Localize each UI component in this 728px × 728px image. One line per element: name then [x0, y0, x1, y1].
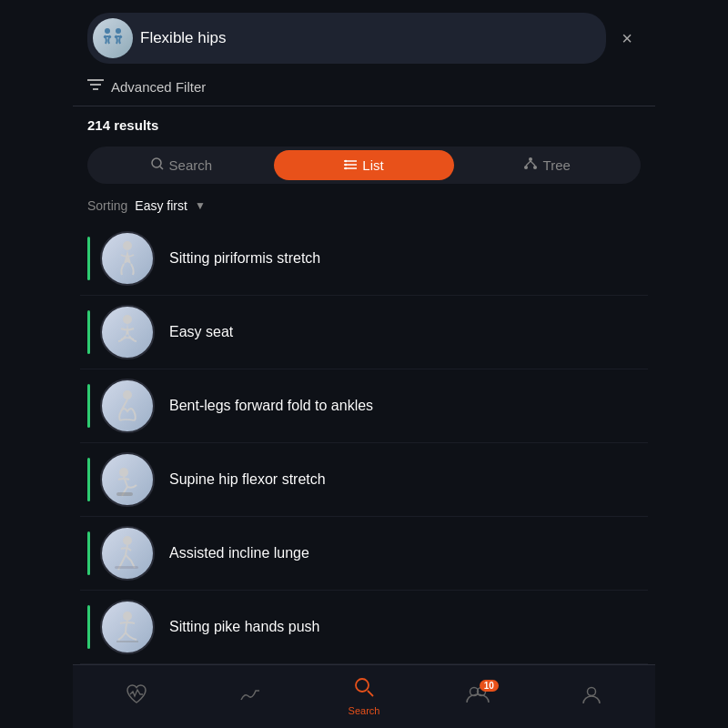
svg-rect-22 [116, 492, 133, 496]
avatar [100, 526, 155, 581]
exercise-list: Sitting piriformis stretch Easy seat [73, 222, 655, 664]
exercise-title: Bent-legs forward fold to ankles [169, 398, 373, 414]
svg-point-12 [345, 167, 347, 168]
avatar [100, 452, 155, 507]
exercise-title: Supine hip flexor stretch [169, 471, 326, 488]
svg-point-13 [529, 157, 532, 161]
svg-rect-24 [115, 566, 138, 569]
nav-item-profile[interactable] [534, 684, 648, 710]
svg-line-29 [368, 691, 373, 696]
svg-point-14 [524, 166, 528, 169]
community-badge-wrapper: 10 [466, 685, 490, 709]
exercise-title: Assisted incline lunge [169, 545, 309, 561]
sorting-bar[interactable]: Sorting Easy first ▼ [73, 195, 655, 222]
list-item[interactable]: Supine hip flexor stretch [80, 443, 648, 517]
tag-label: Flexible hips [140, 29, 227, 47]
difficulty-indicator [87, 384, 90, 428]
profile-icon [581, 684, 602, 710]
svg-point-11 [345, 163, 347, 165]
svg-point-5 [152, 158, 161, 167]
app-container: Flexible hips × Advanced Filter 214 resu… [73, 0, 655, 728]
tabs-container: Search List [87, 147, 641, 184]
filter-icon [87, 78, 104, 95]
avatar [100, 379, 155, 433]
avatar [100, 600, 155, 654]
svg-point-15 [533, 166, 537, 169]
difficulty-indicator [87, 531, 90, 575]
results-bar: 214 results [73, 106, 655, 141]
exercise-title: Easy seat [169, 324, 233, 340]
nav-item-progress[interactable] [194, 685, 308, 709]
tab-list-label: List [362, 157, 383, 173]
tab-tree-label: Tree [543, 157, 571, 173]
difficulty-indicator [87, 310, 90, 354]
nav-item-search[interactable]: Search [308, 677, 421, 716]
svg-point-23 [123, 536, 132, 545]
list-tab-icon [344, 158, 357, 173]
bottom-nav: Search 10 [73, 664, 655, 728]
svg-line-16 [526, 161, 531, 166]
svg-point-28 [356, 679, 369, 692]
results-count: 214 results [87, 117, 158, 133]
tab-search-label: Search [169, 157, 213, 173]
list-item[interactable]: Sitting pike hands push [80, 591, 648, 664]
difficulty-indicator [87, 605, 90, 649]
sorting-value: Easy first [135, 198, 187, 213]
difficulty-indicator [87, 458, 90, 501]
tag-thumbnail [93, 18, 133, 58]
list-item[interactable]: Assisted incline lunge [80, 517, 648, 591]
list-item[interactable]: Bent-legs forward fold to ankles [80, 369, 648, 443]
sorting-dropdown-icon[interactable]: ▼ [195, 199, 206, 212]
tag-pill[interactable]: Flexible hips [87, 13, 606, 64]
svg-point-18 [123, 241, 132, 250]
tab-list[interactable]: List [274, 150, 455, 180]
header: Flexible hips × [73, 0, 655, 73]
sorting-label: Sorting [87, 198, 127, 213]
svg-point-32 [587, 687, 595, 695]
nav-item-community[interactable]: 10 [420, 685, 534, 709]
avatar [100, 231, 155, 286]
svg-line-6 [160, 167, 163, 169]
tab-tree[interactable]: Tree [456, 150, 637, 180]
svg-point-0 [105, 28, 110, 34]
filter-bar[interactable]: Advanced Filter [73, 73, 655, 106]
community-badge: 10 [480, 680, 499, 692]
difficulty-indicator [87, 237, 90, 280]
tree-tab-icon [523, 157, 538, 173]
filter-label: Advanced Filter [111, 79, 206, 95]
svg-point-1 [116, 28, 121, 34]
progress-icon [239, 685, 261, 709]
close-button[interactable]: × [613, 25, 641, 52]
avatar [100, 305, 155, 359]
svg-point-20 [123, 390, 132, 399]
tab-search[interactable]: Search [91, 150, 272, 180]
search-tab-icon [151, 157, 164, 173]
nav-item-vitals[interactable] [80, 684, 194, 710]
svg-point-21 [119, 468, 128, 477]
exercise-title: Sitting pike hands push [169, 619, 319, 635]
exercise-title: Sitting piriformis stretch [169, 250, 320, 267]
svg-point-19 [123, 315, 132, 324]
svg-point-25 [123, 612, 132, 621]
search-nav-icon [354, 677, 374, 703]
list-item[interactable]: Sitting piriformis stretch [80, 222, 648, 296]
vitals-icon [126, 684, 147, 710]
svg-point-10 [345, 159, 347, 161]
list-item[interactable]: Easy seat [80, 296, 648, 369]
search-nav-label: Search [349, 705, 380, 716]
svg-line-17 [531, 161, 535, 166]
